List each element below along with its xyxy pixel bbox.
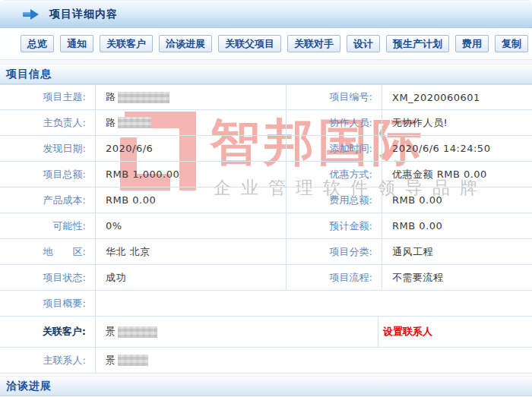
field-value: 0% [95, 213, 287, 238]
censored-text-block [118, 92, 169, 103]
field-value: 不需要流程 [382, 265, 532, 290]
table-row: 发现日期: 2020/6/6 添加时间: 2020/6/6 14:24:50 [0, 136, 532, 162]
arrow-right-icon [23, 9, 40, 20]
field-value: 路 [95, 85, 287, 109]
field-value: 景 [95, 348, 532, 373]
value-text: 路 [106, 90, 116, 104]
field-value: RMB 0.00 [382, 187, 532, 213]
field-value: 2020/6/6 [95, 136, 287, 161]
censored-text-block [118, 354, 148, 366]
toolbar-button-negotiation[interactable]: 洽谈进展 [159, 35, 212, 52]
value-text: 路 [106, 116, 116, 130]
field-label: 关联客户: [0, 317, 95, 347]
toolbar-buttons: 总览 通知 关联客户 洽谈进展 关联父项目 关联对手 设计 预生产计划 费用 复… [21, 35, 532, 52]
field-value: 无协作人员! [382, 110, 532, 135]
page-header: 项目详细内容 [0, 0, 532, 28]
toolbar-button-competitor[interactable]: 关联对手 [287, 35, 340, 52]
field-label: 费用总额: [287, 187, 382, 213]
toolbar-button-overview[interactable]: 总览 [21, 35, 54, 52]
toolbar-button-expense[interactable]: 费用 [455, 35, 489, 52]
toolbar-button-design[interactable]: 设计 [347, 35, 380, 52]
set-contact-link[interactable]: 设置联系人 [383, 325, 432, 339]
table-row: 项目状态: 成功 项目流程: 不需要流程 [0, 265, 532, 291]
field-label: 添加时间: [287, 136, 382, 161]
field-label: 预计金额: [287, 213, 382, 238]
table-row: 产品成本: RMB 0.00 费用总额: RMB 0.00 [0, 187, 532, 213]
value-text: 景 [106, 354, 116, 367]
field-label: 项目分类: [287, 239, 382, 264]
value-text: 景 [106, 325, 116, 339]
field-value: 华北 北京 [95, 239, 287, 264]
toolbar: 总览 通知 关联客户 洽谈进展 关联父项目 关联对手 设计 预生产计划 费用 复… [0, 28, 532, 60]
table-row: 项目主题: 路 项目编号: XM_2020060601 [0, 84, 532, 110]
section-header-negotiation: 洽谈进展 [0, 376, 532, 396]
section-header-project-info: 项目信息 [0, 64, 532, 84]
table-row: 关联客户: 景 设置联系人 [0, 317, 532, 348]
action-cell: 设置联系人 [378, 317, 532, 347]
page-title: 项目详细内容 [49, 8, 118, 21]
field-label: 项目编号: [287, 85, 382, 109]
field-label: 发现日期: [0, 136, 95, 161]
table-row: 主负责人: 路 协作人员: 无协作人员! [0, 110, 532, 136]
table-row: 可能性: 0% 预计金额: RMB 0.00 [0, 213, 532, 239]
field-value: 通风工程 [382, 239, 532, 264]
field-value: RMB 0.00 [382, 213, 532, 238]
field-value: 景 [95, 317, 378, 347]
table-row: 地 区: 华北 北京 项目分类: 通风工程 [0, 239, 532, 265]
field-label: 可能性: [0, 213, 95, 238]
field-value: 优惠金额 RMB 0.00 [382, 162, 532, 187]
field-value: RMB 0.00 [95, 187, 287, 213]
field-label: 地 区: [0, 239, 95, 264]
table-row: 项目概要: [0, 291, 532, 317]
field-label: 项目概要: [0, 291, 95, 316]
field-value: RMB 1,000.00 [95, 162, 287, 187]
toolbar-button-preproduction-plan[interactable]: 预生产计划 [386, 35, 449, 52]
field-value [95, 291, 532, 316]
field-label: 优惠方式: [287, 162, 382, 187]
field-value: XM_2020060601 [382, 85, 532, 109]
field-label: 主负责人: [0, 110, 95, 135]
table-row: 主联系人: 景 [0, 348, 532, 373]
section-title: 洽谈进展 [6, 380, 52, 393]
toolbar-button-copy[interactable]: 复制 [495, 35, 528, 52]
field-label: 项目主题: [0, 85, 95, 109]
toolbar-button-parent-project[interactable]: 关联父项目 [218, 35, 281, 52]
censored-text-block [118, 117, 151, 128]
field-value: 2020/6/6 14:24:50 [382, 136, 532, 161]
field-label: 项目流程: [287, 265, 382, 290]
toolbar-button-notice[interactable]: 通知 [60, 35, 93, 52]
field-label: 协作人员: [287, 110, 382, 135]
field-label: 项目状态: [0, 265, 95, 290]
field-rows: 项目主题: 路 项目编号: XM_2020060601 主负责人: 路 协作人员… [0, 84, 532, 373]
field-label: 产品成本: [0, 187, 95, 213]
project-detail-page: 项目详细内容 总览 通知 关联客户 洽谈进展 关联父项目 关联对手 设计 预生产… [0, 0, 532, 397]
field-label: 主联系人: [0, 348, 95, 373]
field-label: 项目总额: [0, 162, 95, 187]
table-row: 项目总额: RMB 1,000.00 优惠方式: 优惠金额 RMB 0.00 [0, 162, 532, 187]
field-value: 路 [95, 110, 287, 135]
toolbar-button-related-customer[interactable]: 关联客户 [100, 35, 153, 52]
section-title: 项目信息 [6, 68, 52, 81]
field-value: 成功 [95, 265, 287, 290]
censored-text-block [118, 326, 157, 338]
project-info-table: 智邦国际 企业管理软件领导品牌 项目主题: 路 项目编号: XM_2020060… [0, 84, 532, 373]
